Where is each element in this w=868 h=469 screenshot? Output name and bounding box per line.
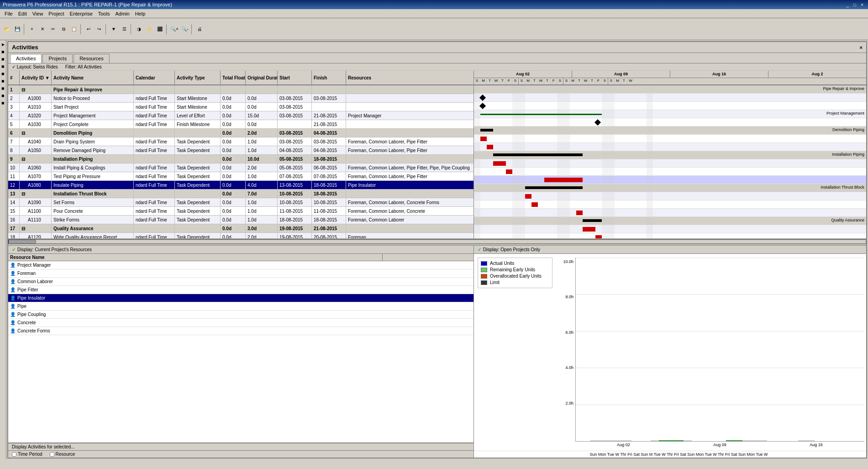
progress-btn[interactable]: ◑ xyxy=(134,24,144,34)
res-col-extra xyxy=(382,254,473,261)
resource-list-item[interactable]: 👤Concrete xyxy=(8,319,473,327)
resource-list-item[interactable]: 👤Pipe Fitter xyxy=(8,286,473,294)
menu-enterprise[interactable]: Enterprise xyxy=(67,10,95,17)
res-col-name[interactable]: Resource Name xyxy=(8,254,382,261)
cut-btn[interactable]: ✂ xyxy=(48,24,58,34)
col-id[interactable]: Activity ID ▼ xyxy=(20,71,52,84)
table-row[interactable]: 13 ⊟ Installation Thrust Block 0.0d 7.0d… xyxy=(8,190,473,198)
resource-list-item[interactable]: 👤Pipe Coupling xyxy=(8,311,473,319)
table-row[interactable]: 14 A1090 Set Forms ndard Full Time Task … xyxy=(8,198,473,207)
schedule-btn[interactable]: ⚡ xyxy=(144,24,154,34)
menu-project[interactable]: Project xyxy=(46,10,67,17)
menu-admin[interactable]: Admin xyxy=(112,10,132,17)
table-row[interactable]: 15 A1100 Pour Concrete ndard Full Time T… xyxy=(8,207,473,216)
menu-view[interactable]: View xyxy=(30,10,46,17)
nav-activities[interactable]: ▶ xyxy=(0,41,6,47)
tab-projects[interactable]: Projects xyxy=(42,54,73,63)
panel-close[interactable]: × xyxy=(860,45,863,50)
table-row[interactable]: 7 A1040 Drain Piping System ndard Full T… xyxy=(8,137,473,146)
filter-bar: ✓ Layout: Swiss Rides Filter: All Activi… xyxy=(8,63,866,71)
table-row[interactable]: 5 A1030 Project Complete ndard Full Time… xyxy=(8,120,473,129)
resource-name: Common Laborer xyxy=(17,279,53,284)
left-nav: ▶ ◼ ◼ ◼ ◼ ◼ ◼ ◼ ◼ xyxy=(0,40,6,459)
maximize-btn[interactable]: □ xyxy=(852,2,858,7)
del-btn[interactable]: ✕ xyxy=(37,24,47,34)
nav-5[interactable]: ◼ xyxy=(0,70,6,77)
resource-list-item[interactable]: 👤Pipe xyxy=(8,302,473,311)
resource-list-item[interactable]: 👤Project Manager xyxy=(8,261,473,269)
menu-tools[interactable]: Tools xyxy=(95,10,113,17)
layout-btn[interactable]: ☰ xyxy=(119,24,129,34)
redo-btn[interactable]: ↪ xyxy=(94,24,104,34)
table-row[interactable]: 6 ⊟ Demolition Piping 0.0d 2.0d 03-08-20… xyxy=(8,129,473,137)
resource-name: Pipe xyxy=(17,304,26,309)
resource-list-item[interactable]: 👤Common Laborer xyxy=(8,278,473,286)
open-btn[interactable]: 📂 xyxy=(2,24,12,34)
print-btn[interactable]: 🖨 xyxy=(195,24,205,34)
resource-list-item[interactable]: 👤Concrete Forms xyxy=(8,327,473,335)
table-row[interactable]: 8 A1050 Remove Damaged Piping ndard Full… xyxy=(8,146,473,155)
zoom-in-btn[interactable]: 🔍+ xyxy=(169,24,179,34)
col-dur[interactable]: Original Duration xyxy=(246,71,278,84)
menu-help[interactable]: Help xyxy=(132,10,148,17)
gantt-row xyxy=(474,94,866,102)
table-row[interactable]: 11 A1070 Test Piping at Pressure ndard F… xyxy=(8,172,473,181)
gantt-bar xyxy=(544,178,583,182)
layout-label: ✓ Layout: Swiss Rides xyxy=(12,64,58,69)
gantt-label: Pipe Repair & Improve xyxy=(823,86,864,91)
nav-7[interactable]: ◼ xyxy=(0,85,6,91)
table-row[interactable]: 10 A1060 Install Piping & Couplings ndar… xyxy=(8,163,473,172)
y-label-4: 4.0h xyxy=(560,365,573,370)
nav-3[interactable]: ◼ xyxy=(0,56,6,62)
resource-check[interactable]: Resource xyxy=(50,452,75,457)
copy-btn[interactable]: ⧉ xyxy=(58,24,68,34)
bar-chart-area: Aug 02 Aug 09 Aug 16 xyxy=(575,258,864,447)
gantt-bar-loe xyxy=(480,114,602,115)
gantt-row: Demolition Piping xyxy=(474,126,866,135)
gantt-summary-bar xyxy=(493,153,583,156)
tab-activities[interactable]: Activities xyxy=(10,54,42,63)
table-row[interactable]: 2 A1000 Notice to Proceed ndard Full Tim… xyxy=(8,94,473,103)
nav-9[interactable]: ◼ xyxy=(0,100,6,106)
table-row[interactable]: 3 A1010 Start Project ndard Full Time St… xyxy=(8,103,473,111)
nav-8[interactable]: ◼ xyxy=(0,92,6,99)
table-row[interactable]: 1 ⊟ Pipe Repair & Improve xyxy=(8,85,473,94)
col-cal[interactable]: Calendar xyxy=(134,71,175,84)
table-row[interactable]: 16 A1110 Strike Forms ndard Full Time Ta… xyxy=(8,216,473,224)
col-name[interactable]: Activity Name xyxy=(52,71,134,84)
gantt-x-label-sun: Sun Mon Tue W Thr Fri Sat Sun M Tue W Th… xyxy=(589,452,768,457)
legend-remaining-color xyxy=(481,268,487,272)
col-finish[interactable]: Finish xyxy=(312,71,346,84)
col-start[interactable]: Start xyxy=(278,71,312,84)
col-res[interactable]: Resources xyxy=(346,71,473,84)
paste-btn[interactable]: 📋 xyxy=(69,24,79,34)
table-row[interactable]: 9 ⊟ Installation Piping 0.0d 10.0d 05-08… xyxy=(8,155,473,163)
col-type[interactable]: Activity Type xyxy=(175,71,221,84)
table-row[interactable]: 4 A1020 Project Management ndard Full Ti… xyxy=(8,111,473,120)
save-btn[interactable]: 💾 xyxy=(12,24,22,34)
legend-limit-color xyxy=(481,280,487,285)
resource-list-item[interactable]: 👤Foreman xyxy=(8,269,473,278)
resource-list-item[interactable]: 👤Pipe Insulator xyxy=(8,294,473,302)
nav-6[interactable]: ◼ xyxy=(0,78,6,84)
milestone-finish xyxy=(594,119,601,126)
add-btn[interactable]: + xyxy=(27,24,37,34)
sep5 xyxy=(166,24,168,34)
menu-edit[interactable]: Edit xyxy=(16,10,30,17)
nav-2[interactable]: ◼ xyxy=(0,48,6,55)
table-row[interactable]: 12 A1080 Insulate Piping ndard Full Time… xyxy=(8,181,473,190)
table-row[interactable]: 17 ⊟ Quality Assurance 0.0d 3.0d 19-08-2… xyxy=(8,224,473,233)
gantt-bar xyxy=(506,169,512,174)
tab-resources[interactable]: Resources xyxy=(74,54,110,63)
level-btn[interactable]: ⬛ xyxy=(155,24,165,34)
col-float[interactable]: Total Float xyxy=(221,71,246,84)
zoom-out-btn[interactable]: 🔍- xyxy=(180,24,190,34)
undo-btn[interactable]: ↩ xyxy=(84,24,94,34)
menu-file[interactable]: File xyxy=(2,10,16,17)
filter-btn[interactable]: ▼ xyxy=(109,24,119,34)
minimize-btn[interactable]: _ xyxy=(845,2,851,7)
table-row[interactable]: 18 A1120 Write Quality Assurance Report … xyxy=(8,233,473,238)
close-btn[interactable]: × xyxy=(859,2,865,7)
nav-4[interactable]: ◼ xyxy=(0,63,6,69)
time-period-check[interactable]: Time Period xyxy=(12,452,42,457)
